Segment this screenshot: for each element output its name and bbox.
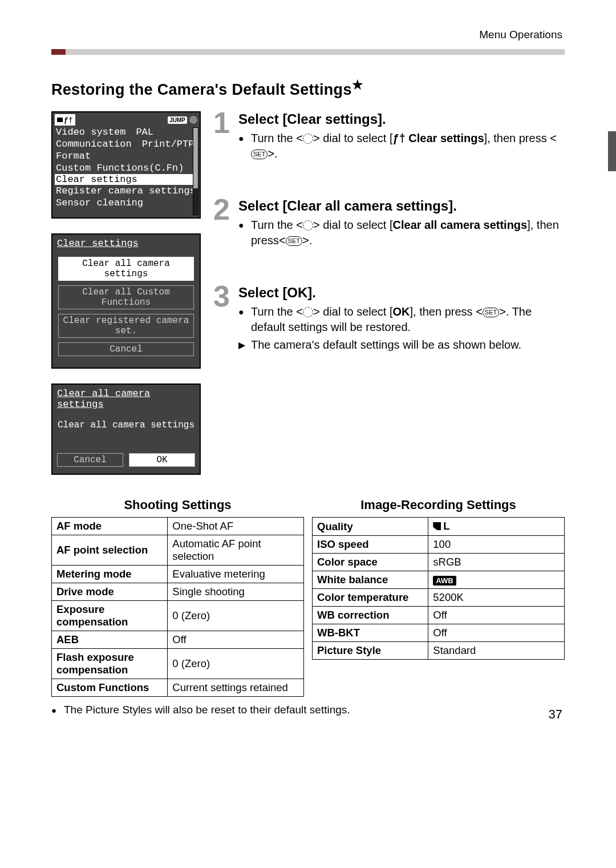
jump-badge: JUMP: [168, 116, 187, 124]
step-number: 3: [213, 285, 238, 309]
table-row: WB correctionOff: [313, 607, 565, 624]
footnote: ● The Picture Styles will also be reset …: [51, 704, 565, 716]
table-row: Color spacesRGB: [313, 554, 565, 571]
table-row: White balanceAWB: [313, 571, 565, 589]
image-recording-settings-title: Image-Recording Settings: [312, 498, 565, 512]
divider: [51, 49, 565, 55]
table-row: Picture StyleStandard: [313, 642, 565, 660]
table-row: QualityL: [313, 518, 565, 536]
image-recording-table: QualityLISO speed100Color spacesRGBWhite…: [312, 517, 565, 660]
clear-option[interactable]: Clear registered camera set.: [58, 314, 194, 338]
clear-option[interactable]: Cancel: [58, 342, 194, 356]
quality-large-icon: L: [433, 520, 449, 532]
awb-icon: AWB: [433, 576, 456, 586]
scrollbar[interactable]: [193, 127, 198, 215]
cancel-button[interactable]: Cancel: [57, 453, 123, 467]
shooting-settings-title: Shooting Settings: [51, 498, 304, 512]
tab-tools: ƒ†: [55, 114, 75, 126]
table-row: AF point selectionAutomatic AF point sel…: [52, 535, 304, 566]
camera-icon: [57, 118, 63, 122]
thumb-tab: [608, 131, 616, 171]
table-row: Drive modeSingle shooting: [52, 583, 304, 601]
page-number: 37: [549, 707, 562, 722]
step-number: 1: [213, 111, 238, 135]
step-title: Select [Clear all camera settings].: [238, 198, 565, 214]
dial-icon: [303, 220, 313, 231]
dial-icon: [303, 307, 313, 317]
menu-item[interactable]: Custom Functions(C.Fn): [56, 162, 196, 174]
step-title: Select [OK].: [238, 285, 565, 301]
header-category: Menu Operations: [51, 29, 565, 41]
step: 1Select [Clear settings].●Turn the <> di…: [213, 111, 565, 164]
camera-menu-screen-2: Clear settings Clear all camera settings…: [51, 233, 201, 369]
step: 2Select [Clear all camera settings].●Tur…: [213, 198, 565, 251]
wrench-icon: ƒ†: [64, 116, 73, 124]
shooting-settings-table: AF modeOne-Shot AFAF point selectionAuto…: [51, 517, 304, 697]
menu-item[interactable]: Register camera settings: [56, 185, 196, 197]
camera-menu-screen-3: Clear all camera settings Clear all came…: [51, 383, 201, 475]
menu-item[interactable]: Video systemPAL: [56, 126, 196, 138]
screen3-message: Clear all camera settings: [57, 420, 195, 430]
step: 3Select [OK].●Turn the <> dial to select…: [213, 285, 565, 355]
mode-dial-icon: [189, 116, 197, 124]
menu-item[interactable]: CommunicationPrint/PTP: [56, 138, 196, 150]
menu-item[interactable]: Sensor cleaning: [56, 197, 196, 209]
dial-icon: [303, 134, 313, 144]
table-row: Custom FunctionsCurrent settings retaine…: [52, 679, 304, 697]
set-icon: SET: [251, 150, 268, 159]
set-icon: SET: [483, 308, 499, 317]
table-row: Metering modeEvaluative metering: [52, 566, 304, 583]
wrench-icon: ƒ†: [393, 131, 406, 146]
clear-option[interactable]: Clear all camera settings: [58, 257, 194, 281]
menu-item[interactable]: Clear settings: [55, 174, 197, 185]
menu-item[interactable]: Format: [56, 150, 196, 162]
table-row: Color temperature5200K: [313, 589, 565, 607]
table-row: WB-BKTOff: [313, 624, 565, 642]
screen3-title: Clear all camera settings: [57, 388, 195, 410]
table-row: AEBOff: [52, 631, 304, 649]
table-row: AF modeOne-Shot AF: [52, 518, 304, 535]
table-row: ISO speed100: [313, 536, 565, 554]
clear-option[interactable]: Clear all Custom Functions: [58, 285, 194, 309]
section-title: Restoring the Camera's Default Settings★: [51, 78, 565, 99]
camera-menu-screen-1: ƒ† JUMP Video systemPALCommunicationPrin…: [51, 111, 201, 219]
table-row: Exposure compensation0 (Zero): [52, 601, 304, 631]
step-number: 2: [213, 198, 238, 222]
step-title: Select [Clear settings].: [238, 111, 565, 127]
table-row: Flash exposure compensation0 (Zero): [52, 649, 304, 679]
set-icon: SET: [286, 236, 302, 246]
screen2-title: Clear settings: [57, 238, 195, 249]
ok-button[interactable]: OK: [129, 453, 195, 467]
